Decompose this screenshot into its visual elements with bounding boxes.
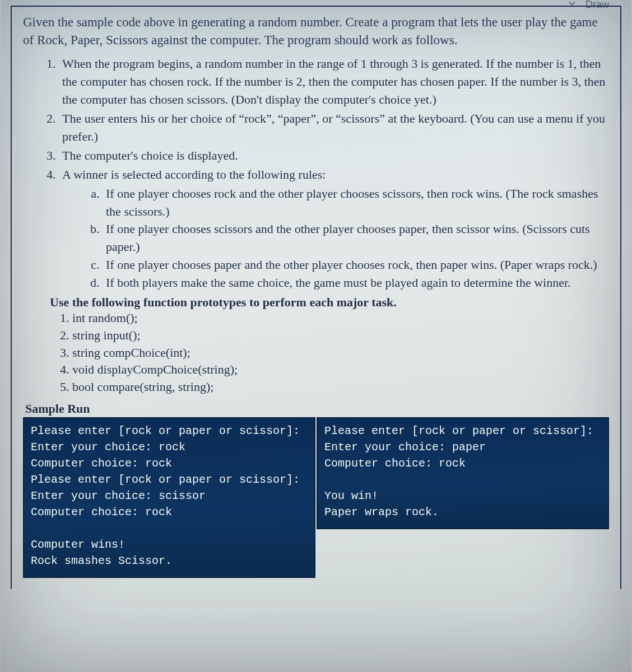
proto-compchoice: string compChoice(int);: [72, 344, 609, 362]
problem-card: Given the sample code above in generatin…: [11, 6, 621, 589]
proto-compare: bool compare(string, string);: [72, 379, 609, 396]
step-3: The computer's choice is displayed.: [59, 147, 609, 165]
step-2: The user enters his or her choice of “ro…: [59, 110, 609, 146]
prototypes-list: int random(); string input(); string com…: [23, 310, 609, 396]
prototypes-heading: Use the following function prototypes to…: [50, 295, 609, 310]
sample-run-heading: Sample Run: [25, 402, 609, 416]
sample-runs: Please enter [rock or paper or scissor]:…: [23, 417, 609, 578]
intro-text: Given the sample code above in generatin…: [23, 13, 609, 49]
step-1: When the program begins, a random number…: [59, 55, 609, 109]
rules-list: If one player chooses rock and the other…: [62, 185, 609, 292]
rule-a: If one player chooses rock and the other…: [103, 185, 609, 221]
proto-display: void displayCompChoice(string);: [72, 361, 609, 379]
rule-b: If one player chooses scissors and the o…: [103, 220, 609, 256]
console-right-wrap: Please enter [rock or paper or scissor]:…: [317, 417, 609, 578]
step-4: A winner is selected according to the fo…: [59, 166, 609, 292]
proto-random: int random();: [72, 310, 609, 327]
console-right: Please enter [rock or paper or scissor]:…: [317, 417, 609, 529]
proto-input: string input();: [72, 327, 609, 344]
console-left: Please enter [rock or paper or scissor]:…: [23, 417, 315, 578]
page: Draw Given the sample code above in gene…: [0, 0, 632, 672]
rule-c: If one player chooses paper and the othe…: [103, 256, 609, 274]
steps-list: When the program begins, a random number…: [23, 55, 609, 292]
step-4-text: A winner is selected according to the fo…: [62, 167, 326, 181]
rule-d: If both players make the same choice, th…: [103, 274, 609, 292]
